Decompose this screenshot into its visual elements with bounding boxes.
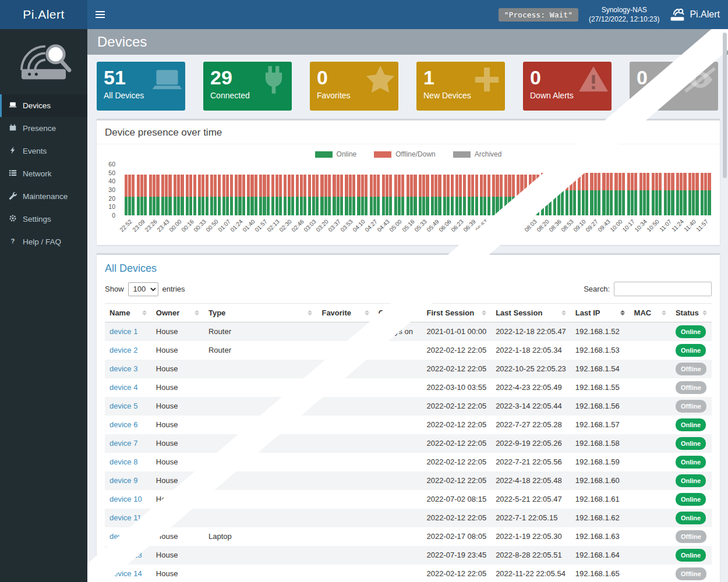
sidebar-item-network[interactable]: Network bbox=[0, 162, 87, 185]
device-link[interactable]: device 11 bbox=[109, 513, 142, 522]
bar-segment-online bbox=[398, 197, 401, 215]
legend-swatch bbox=[374, 151, 391, 158]
stacked-bar bbox=[300, 164, 303, 215]
table-row-2: device 2HouseRouter2022-02-12 22:052022-… bbox=[105, 341, 712, 360]
bar-segment-offline-down bbox=[627, 173, 630, 191]
column-header-name[interactable]: Name bbox=[105, 304, 151, 322]
stacked-bar bbox=[340, 164, 343, 215]
stacked-bar bbox=[144, 164, 147, 215]
device-link[interactable]: device 14 bbox=[109, 569, 142, 578]
sidebar-item-presence[interactable]: Presence bbox=[0, 117, 87, 140]
stacked-bar bbox=[349, 164, 352, 215]
cell-last_session: 2022-4-18 22:05.48 bbox=[491, 471, 571, 490]
devices-table-title: All Devices bbox=[97, 255, 720, 281]
device-link[interactable]: device 7 bbox=[109, 439, 137, 448]
main-content: Devices 51All Devices29Connected0Favorit… bbox=[87, 29, 728, 582]
cell-mac bbox=[630, 322, 671, 342]
summary-card-all-devices[interactable]: 51All Devices bbox=[97, 62, 185, 111]
bar-segment-online bbox=[471, 197, 474, 215]
summary-card-connected[interactable]: 29Connected bbox=[203, 62, 292, 111]
bar-segment-offline-down bbox=[210, 175, 213, 197]
column-header-type[interactable]: Type bbox=[204, 304, 317, 322]
column-header-mac[interactable]: MAC bbox=[630, 304, 671, 322]
device-link[interactable]: device 9 bbox=[109, 476, 137, 485]
device-link[interactable]: device 13 bbox=[109, 551, 142, 559]
bar-segment-offline-down bbox=[189, 175, 192, 197]
top-navbar: Pi.Alert "Process: Wait" Synology-NAS (2… bbox=[0, 0, 728, 29]
cell-favorite bbox=[317, 565, 373, 582]
cell-name: device 1 bbox=[105, 322, 151, 342]
column-header-first-session[interactable]: First Session bbox=[422, 304, 491, 322]
page-title: Devices bbox=[97, 34, 147, 50]
device-link[interactable]: device 12 bbox=[109, 532, 142, 541]
stacked-bar bbox=[549, 164, 552, 215]
navbar-app-link[interactable]: Pi.Alert bbox=[670, 7, 720, 22]
status-badge: Online bbox=[676, 344, 706, 357]
column-header-favorite[interactable]: Favorite bbox=[317, 304, 373, 322]
bar-segment-online bbox=[333, 197, 335, 215]
device-link[interactable]: device 4 bbox=[109, 383, 137, 392]
summary-card-down-alerts[interactable]: 0Down Alerts bbox=[523, 62, 612, 111]
device-link[interactable]: device 2 bbox=[109, 346, 137, 354]
column-header-owner[interactable]: Owner bbox=[151, 304, 204, 322]
device-link[interactable]: device 8 bbox=[109, 457, 137, 466]
device-link[interactable]: device 6 bbox=[109, 420, 137, 429]
bar-segment-online bbox=[284, 197, 287, 215]
bar-segment-offline-down bbox=[451, 175, 454, 197]
bar-segment-online bbox=[206, 197, 208, 215]
cell-first_session: 2022-02-12 22:05 bbox=[422, 397, 491, 416]
device-link[interactable]: device 3 bbox=[109, 364, 137, 373]
bar-segment-online bbox=[361, 197, 364, 215]
bar-group bbox=[479, 164, 491, 215]
page-length-select[interactable]: 100 bbox=[128, 282, 158, 296]
summary-card-favorites[interactable]: 0Favorites bbox=[310, 62, 398, 111]
cell-status: Online bbox=[671, 453, 712, 471]
bar-segment-offline-down bbox=[434, 175, 437, 197]
bar-segment-offline-down bbox=[578, 173, 581, 191]
bar-group bbox=[663, 164, 675, 215]
stacked-bar bbox=[500, 164, 503, 215]
bar-segment-offline-down bbox=[671, 173, 674, 191]
bar-segment-online bbox=[708, 190, 711, 215]
summary-card-new-devices[interactable]: 1New Devices bbox=[416, 62, 505, 111]
bar-segment-online bbox=[426, 197, 429, 215]
column-header-group[interactable]: Group bbox=[374, 304, 422, 322]
sort-icon bbox=[662, 310, 666, 315]
sidebar-item-events[interactable]: Events bbox=[0, 140, 87, 162]
bar-segment-offline-down bbox=[352, 175, 355, 197]
bar-segment-offline-down bbox=[386, 175, 388, 197]
laptop-icon bbox=[151, 64, 183, 98]
sidebar-toggle-icon[interactable] bbox=[87, 0, 113, 29]
bar-segment-online bbox=[230, 197, 233, 215]
summary-card-archived[interactable]: 0Archived bbox=[630, 62, 718, 111]
column-header-last-session[interactable]: Last Session bbox=[491, 304, 571, 322]
device-link[interactable]: device 1 bbox=[109, 327, 137, 336]
bar-segment-offline-down bbox=[426, 175, 429, 197]
scrollbar-thumb[interactable] bbox=[723, 33, 727, 178]
sidebar-item-maintenance[interactable]: Maintenance bbox=[0, 185, 87, 208]
bar-group bbox=[295, 164, 308, 215]
stacked-bar bbox=[137, 164, 140, 215]
stacked-bar bbox=[174, 164, 176, 215]
bar-segment-online bbox=[619, 190, 621, 215]
bar-segment-offline-down bbox=[370, 175, 373, 197]
stacked-bar bbox=[483, 164, 486, 215]
bar-segment-offline-down bbox=[365, 175, 367, 197]
bar-group bbox=[430, 164, 442, 215]
search-input[interactable] bbox=[614, 282, 712, 296]
device-link[interactable]: device 5 bbox=[109, 402, 137, 410]
stacked-bar bbox=[566, 164, 568, 215]
column-header-status[interactable]: Status bbox=[671, 304, 712, 322]
stacked-bar bbox=[512, 164, 515, 215]
stacked-bar bbox=[296, 164, 299, 215]
sidebar-item-devices[interactable]: Devices bbox=[0, 94, 87, 117]
bar-segment-online bbox=[226, 197, 229, 215]
column-header-last-ip[interactable]: Last IP bbox=[571, 304, 630, 322]
brand-logo[interactable]: Pi.Alert bbox=[0, 0, 87, 29]
bar-segment-online bbox=[153, 197, 156, 215]
device-link[interactable]: device 10 bbox=[109, 495, 142, 503]
cell-owner: House bbox=[151, 565, 204, 582]
sidebar-item-help-faq[interactable]: ?Help / FAQ bbox=[0, 230, 87, 253]
bar-segment-online bbox=[419, 197, 422, 215]
sidebar-item-settings[interactable]: Settings bbox=[0, 208, 87, 230]
